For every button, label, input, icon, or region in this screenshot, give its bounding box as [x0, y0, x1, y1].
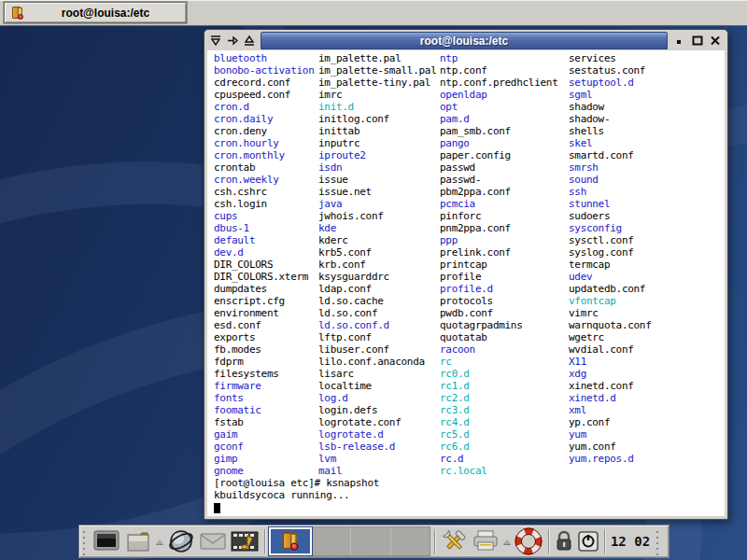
file-entry: lilo.conf.anaconda	[318, 356, 436, 368]
file-entry: setuptool.d	[569, 77, 652, 89]
konsole-icon	[10, 6, 25, 21]
file-entry: libuser.conf	[318, 343, 436, 356]
file-entry: skel	[569, 137, 652, 149]
file-entry: cron.hourly	[214, 137, 314, 149]
file-entry: foomatic	[214, 404, 314, 416]
file-entry: xinetd.conf	[569, 380, 652, 392]
file-entry: rc4.d	[440, 416, 557, 428]
file-entry: rc.local	[440, 465, 557, 477]
file-entry: crontab	[214, 161, 314, 174]
multimedia-button[interactable]	[229, 526, 261, 556]
empty-task-cell[interactable]	[312, 527, 352, 555]
minimize-icon[interactable]	[672, 34, 687, 48]
digital-clock[interactable]: 12 02	[608, 534, 653, 549]
taskbar-task-button[interactable]: root@louisa:/etc	[4, 2, 187, 23]
bottom-panel: 12 02	[78, 525, 669, 558]
expand-arrow-icon[interactable]	[501, 526, 513, 556]
home-folder-button[interactable]	[122, 526, 154, 556]
file-entry: ssh	[569, 186, 652, 198]
file-entry: dbus-1	[214, 222, 314, 234]
file-entry: bonobo-activation	[214, 64, 314, 77]
file-entry: shells	[569, 125, 652, 137]
printer-icon	[472, 530, 499, 553]
file-entry: sgml	[569, 89, 652, 101]
top-taskbar: root@louisa:/etc	[0, 0, 747, 26]
panel-drag-handle[interactable]	[81, 527, 89, 555]
close-icon[interactable]	[708, 34, 723, 48]
file-entry: DIR_COLORS.xterm	[214, 271, 314, 283]
terminal-icon	[93, 530, 120, 553]
terminal-launcher-button[interactable]	[91, 526, 122, 556]
lock-session-button[interactable]	[552, 526, 576, 556]
file-entry: logrotate.conf	[318, 416, 436, 428]
panel-drag-handle[interactable]	[655, 527, 662, 555]
maximize-icon[interactable]	[690, 34, 705, 48]
file-entry: ntp	[440, 52, 557, 64]
file-entry: sudoers	[569, 210, 652, 222]
file-entry: krb.conf	[318, 259, 436, 271]
file-entry: xinetd.d	[569, 392, 652, 404]
printer-button[interactable]	[470, 526, 501, 556]
file-entry: isdn	[318, 161, 436, 174]
file-entry: firmware	[214, 380, 314, 392]
empty-task-cell[interactable]	[391, 527, 430, 555]
titlebar[interactable]: root@louisa:/etc	[206, 32, 726, 49]
file-column-4: servicessestatus.confsetuptool.dsgmlshad…	[569, 52, 652, 465]
file-entry: java	[318, 198, 436, 210]
file-entry: pcmcia	[440, 198, 557, 210]
status-line: kbuildsycoca running...	[214, 489, 379, 501]
file-entry: fonts	[214, 392, 314, 404]
file-entry: log.d	[318, 392, 436, 404]
file-entry: krb5.conf	[318, 246, 436, 259]
file-entry: fstab	[214, 416, 314, 428]
file-entry: sysconfig	[569, 222, 652, 234]
file-entry: bluetooth	[214, 52, 314, 64]
mail-button[interactable]	[197, 526, 229, 556]
panel-separator	[430, 527, 438, 555]
file-entry: im_palette-small.pal	[318, 64, 436, 77]
file-entry: pinforc	[440, 210, 557, 222]
help-button[interactable]	[513, 526, 544, 556]
file-entry: cron.deny	[214, 125, 314, 137]
file-column-3: ntpntp.confntp.conf.predhclientopenldapo…	[440, 52, 557, 477]
titlebar-left-buttons	[206, 32, 261, 49]
file-entry: gimp	[214, 453, 314, 465]
eject-icon[interactable]	[242, 34, 257, 48]
system-tools-button[interactable]	[438, 526, 470, 556]
file-column-1: bluetoothbonobo-activationcdrecord.confc…	[214, 52, 314, 477]
power-icon	[578, 531, 599, 552]
active-task-konsole[interactable]	[269, 527, 312, 555]
file-entry: profile.d	[440, 283, 557, 295]
prompt-line: [root@louisa etc]# ksnapshot	[214, 477, 379, 489]
file-entry: cron.d	[214, 101, 314, 113]
web-browser-button[interactable]	[165, 526, 197, 556]
file-entry: cups	[214, 210, 314, 222]
logout-button[interactable]	[576, 526, 600, 556]
file-entry: gaim	[214, 428, 314, 441]
file-entry: cron.weekly	[214, 174, 314, 186]
file-entry: stunnel	[569, 198, 652, 210]
file-entry: issue.net	[318, 186, 436, 198]
file-entry: rc3.d	[440, 404, 557, 416]
file-entry: yp.conf	[569, 416, 652, 428]
pin-icon[interactable]	[225, 34, 240, 48]
shade-icon[interactable]	[208, 34, 223, 48]
expand-arrow-icon[interactable]	[154, 526, 165, 556]
file-entry: pwdb.conf	[440, 307, 557, 319]
empty-task-cell[interactable]	[351, 527, 391, 555]
file-entry: smartd.conf	[569, 149, 652, 161]
file-entry: sound	[569, 174, 652, 186]
file-entry: login.defs	[318, 404, 436, 416]
window-title: root@louisa:/etc	[420, 35, 508, 48]
multimedia-icon	[231, 529, 259, 553]
titlebar-title-area[interactable]: root@louisa:/etc	[261, 32, 668, 49]
mail-icon	[200, 532, 226, 551]
file-entry: im_palette-tiny.pal	[318, 77, 436, 89]
file-entry: cron.monthly	[214, 149, 314, 161]
file-entry: lvm	[318, 453, 436, 465]
globe-icon	[168, 528, 194, 554]
file-entry: termcap	[569, 259, 652, 271]
file-entry: rc1.d	[440, 380, 557, 392]
file-entry: im_palette.pal	[318, 52, 436, 64]
terminal-content[interactable]: bluetoothbonobo-activationcdrecord.confc…	[207, 50, 725, 516]
